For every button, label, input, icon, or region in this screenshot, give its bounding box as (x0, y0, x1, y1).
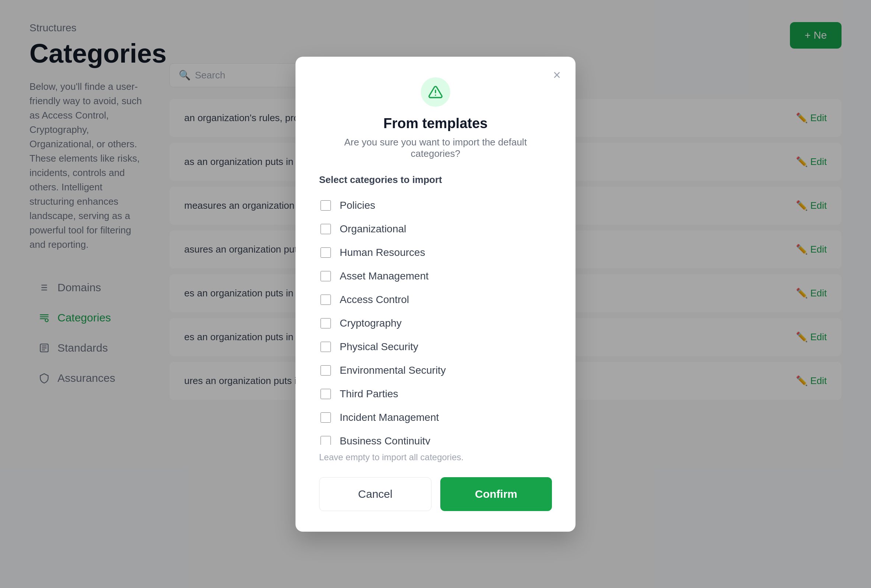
label-physical-security: Physical Security (340, 341, 418, 353)
category-item-organizational[interactable]: Organizational (319, 218, 552, 240)
cancel-button[interactable]: Cancel (319, 477, 431, 511)
checkbox-policies[interactable] (320, 200, 331, 210)
category-item-physical-security[interactable]: Physical Security (319, 336, 552, 358)
category-item-policies[interactable]: Policies (319, 194, 552, 216)
category-item-business-continuity[interactable]: Business Continuity (319, 430, 552, 445)
checkbox-organizational[interactable] (320, 224, 331, 234)
category-item-third-parties[interactable]: Third Parties (319, 383, 552, 405)
checkbox-human-resources[interactable] (320, 248, 331, 258)
label-access-control: Access Control (340, 294, 409, 306)
hint-text: Leave empty to import all categories. (319, 452, 552, 463)
select-categories-label: Select categories to import (319, 174, 552, 185)
category-item-incident-management[interactable]: Incident Management (319, 406, 552, 428)
import-categories-modal: × From templates Are you sure you want t… (295, 57, 576, 532)
checkbox-asset-management[interactable] (320, 271, 331, 281)
label-incident-management: Incident Management (340, 412, 439, 424)
checkbox-access-control[interactable] (320, 294, 331, 305)
modal-title: From templates (319, 116, 552, 131)
alert-triangle-icon (428, 85, 443, 99)
checkbox-physical-security[interactable] (320, 342, 331, 352)
label-human-resources: Human Resources (340, 247, 425, 258)
label-environmental-security: Environmental Security (340, 364, 446, 376)
checkbox-incident-management[interactable] (320, 412, 331, 423)
modal-icon-wrap (319, 77, 552, 107)
label-asset-management: Asset Management (340, 270, 428, 282)
modal-overlay: × From templates Are you sure you want t… (0, 0, 871, 588)
checkbox-environmental-security[interactable] (320, 365, 331, 376)
label-business-continuity: Business Continuity (340, 435, 430, 445)
category-item-asset-management[interactable]: Asset Management (319, 265, 552, 287)
categories-checkbox-list: PoliciesOrganizationalHuman ResourcesAss… (319, 194, 552, 445)
label-policies: Policies (340, 200, 375, 211)
label-third-parties: Third Parties (340, 388, 398, 400)
confirm-button[interactable]: Confirm (440, 477, 552, 511)
category-item-environmental-security[interactable]: Environmental Security (319, 359, 552, 381)
label-organizational: Organizational (340, 223, 406, 235)
checkbox-business-continuity[interactable] (320, 436, 331, 445)
category-item-cryptography[interactable]: Cryptography (319, 312, 552, 334)
category-item-access-control[interactable]: Access Control (319, 289, 552, 311)
checkbox-third-parties[interactable] (320, 389, 331, 399)
modal-icon-circle (421, 77, 450, 107)
checkbox-cryptography[interactable] (320, 318, 331, 328)
label-cryptography: Cryptography (340, 317, 402, 329)
modal-subtitle: Are you sure you want to import the defa… (319, 137, 552, 160)
modal-footer: Cancel Confirm (319, 477, 552, 511)
close-button[interactable]: × (552, 67, 562, 83)
category-item-human-resources[interactable]: Human Resources (319, 242, 552, 264)
